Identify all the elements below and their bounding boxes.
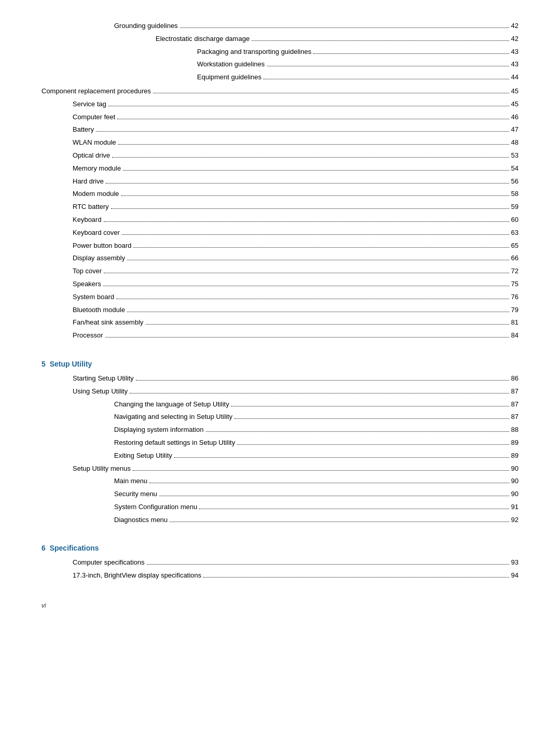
toc-entry-packaging: Packaging and transporting guidelines 43 — [41, 47, 519, 58]
toc-dots — [105, 337, 509, 338]
toc-dots — [313, 53, 509, 54]
toc-entry-page: 42 — [511, 34, 519, 45]
toc-entry-text: Equipment guidelines — [197, 72, 261, 83]
toc-entry: Setup Utility menus90 — [41, 463, 519, 474]
toc-entry-text: Diagnostics menu — [114, 515, 167, 526]
toc-dots — [147, 564, 509, 565]
toc-entry-page: 48 — [511, 137, 519, 148]
section6-title: Specifications — [50, 544, 99, 552]
toc-entry-page: 59 — [511, 202, 519, 213]
toc-entry: Security menu90 — [41, 489, 519, 500]
section5-heading: 5 Setup Utility — [41, 360, 519, 368]
toc-entry: Top cover72 — [41, 266, 519, 277]
toc-entry-text: System board — [73, 292, 114, 303]
toc-entry-text: Computer feet — [73, 112, 115, 123]
toc-entry: Modem module58 — [41, 189, 519, 200]
toc-dots — [231, 406, 509, 406]
toc-entry-page: 47 — [511, 124, 519, 135]
toc-entry-text: Top cover — [73, 266, 102, 277]
toc-entry-page: 63 — [511, 228, 519, 238]
toc-entry-text: Setup Utility menus — [73, 463, 131, 474]
toc-entry-text: Battery — [73, 124, 94, 135]
toc-entry-page: 60 — [511, 215, 519, 226]
toc-entry-page: 45 — [511, 86, 519, 97]
toc-entry-page: 92 — [511, 515, 519, 526]
toc-entry-page: 76 — [511, 292, 519, 303]
toc-entry-page: 87 — [511, 386, 519, 397]
toc-entry-text: System Configuration menu — [114, 502, 197, 513]
toc-entry-text: Hard drive — [73, 176, 104, 187]
toc-section4-entries: Service tag45Computer feet46Battery47WLA… — [41, 99, 519, 341]
toc-dots — [121, 195, 509, 196]
toc-entry-page: 90 — [511, 489, 519, 500]
toc-entry-text: Electrostatic discharge damage — [156, 34, 249, 45]
toc-entry: Restoring default settings in Setup Util… — [41, 438, 519, 448]
toc-entry: Display assembly66 — [41, 253, 519, 264]
toc-entry-text: Grounding guidelines — [114, 21, 178, 32]
page-footer: vi — [41, 602, 519, 609]
toc-entry-page: 53 — [511, 150, 519, 161]
toc-dots — [104, 221, 509, 222]
toc-entry-page: 90 — [511, 463, 519, 474]
section5-title: Setup Utility — [50, 360, 92, 368]
toc-entry-page: 58 — [511, 189, 519, 200]
toc-entry-text: Computer specifications — [73, 557, 145, 568]
toc-entry: RTC battery59 — [41, 202, 519, 213]
toc-entry-text: Keyboard — [73, 215, 102, 226]
toc-entry: Computer specifications93 — [41, 557, 519, 568]
toc-entry-page: 88 — [511, 425, 519, 435]
toc-entry-text: Displaying system information — [114, 425, 204, 435]
toc-dots — [159, 496, 509, 496]
toc-dots — [118, 144, 509, 145]
toc-entry-text: WLAN module — [73, 137, 116, 148]
page-number: vi — [41, 602, 46, 609]
toc-entry: Starting Setup Utility86 — [41, 373, 519, 384]
toc-entry-page: 56 — [511, 176, 519, 187]
toc-dots — [153, 93, 509, 93]
toc-entry-text: 17.3-inch, BrightView display specificat… — [73, 570, 201, 581]
toc-entry-page: 86 — [511, 373, 519, 384]
toc-dots — [108, 106, 509, 106]
toc-entry-page: 87 — [511, 399, 519, 410]
toc-entry: Navigating and selecting in Setup Utilit… — [41, 412, 519, 423]
toc-dots — [203, 577, 509, 578]
toc-entry-page: 89 — [511, 438, 519, 448]
toc-entry-page: 72 — [511, 266, 519, 277]
toc-entry-page: 44 — [511, 72, 519, 83]
section5-number: 5 — [41, 360, 46, 368]
toc-entry-text: Power button board — [73, 241, 131, 251]
toc-dots — [103, 286, 509, 286]
toc-entry-text: Exiting Setup Utility — [114, 451, 172, 461]
toc-entry: Main menu90 — [41, 476, 519, 487]
toc-entry: Fan/heat sink assembly81 — [41, 317, 519, 328]
toc-entry: System Configuration menu91 — [41, 502, 519, 513]
toc-dots — [117, 119, 509, 119]
toc-top-entries: Grounding guidelines 42 Electrostatic di… — [41, 21, 519, 83]
toc-section6-entries: Computer specifications9317.3-inch, Brig… — [41, 557, 519, 581]
toc-entry: Displaying system information88 — [41, 425, 519, 435]
toc-dots — [136, 380, 509, 381]
toc-dots — [251, 40, 509, 41]
toc-entry: Using Setup Utility87 — [41, 386, 519, 397]
toc-dots — [130, 393, 509, 393]
toc-dots — [149, 483, 509, 483]
toc-entry: Memory module54 — [41, 163, 519, 174]
toc-entry-page: 75 — [511, 279, 519, 290]
toc-entry-component-replacement: Component replacement procedures 45 — [41, 86, 519, 97]
toc-entry-text: Keyboard cover — [73, 228, 120, 238]
toc-entry: WLAN module48 — [41, 137, 519, 148]
toc-entry: Power button board65 — [41, 241, 519, 251]
toc-entry: Hard drive56 — [41, 176, 519, 187]
toc-entry-page: 42 — [511, 21, 519, 32]
toc-dots — [199, 509, 509, 509]
toc-entry: Diagnostics menu92 — [41, 515, 519, 526]
toc-entry-text: Service tag — [73, 99, 106, 110]
toc-dots — [206, 431, 509, 432]
toc-entry-text: Main menu — [114, 476, 147, 487]
toc-dots — [96, 131, 509, 132]
toc-dots — [170, 522, 509, 522]
toc-dots — [127, 312, 509, 312]
toc-entry-page: 65 — [511, 241, 519, 251]
toc-dots — [104, 273, 509, 273]
toc-entry: Bluetooth module79 — [41, 305, 519, 316]
